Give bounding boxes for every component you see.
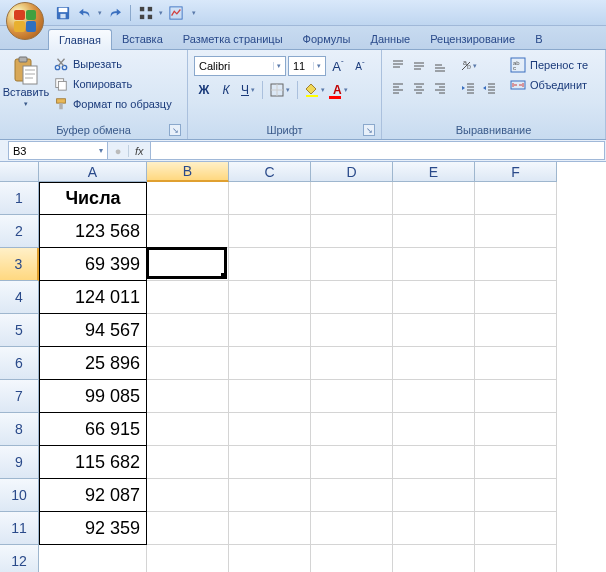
align-center-button[interactable] [409,78,429,98]
tab-5[interactable]: Рецензирование [420,29,525,49]
qat-custom-1[interactable] [137,4,155,22]
row-header-9[interactable]: 9 [0,446,39,479]
cell-C5[interactable] [229,314,311,347]
cell-C1[interactable] [229,182,311,215]
decrease-indent-button[interactable] [458,78,478,98]
cell-A11[interactable]: 92 359 [39,512,147,545]
wrap-text-button[interactable]: abc Перенос те [508,56,590,74]
row-header-1[interactable]: 1 [0,182,39,215]
cell-B7[interactable] [147,380,229,413]
cell-F9[interactable] [475,446,557,479]
cell-B9[interactable] [147,446,229,479]
cell-C2[interactable] [229,215,311,248]
cell-F2[interactable] [475,215,557,248]
tab-2[interactable]: Разметка страницы [173,29,293,49]
font-launcher[interactable]: ↘ [363,124,375,136]
row-header-2[interactable]: 2 [0,215,39,248]
col-header-F[interactable]: F [475,162,557,182]
row-header-4[interactable]: 4 [0,281,39,314]
cell-B3[interactable] [147,248,229,281]
clipboard-launcher[interactable]: ↘ [169,124,181,136]
cell-D10[interactable] [311,479,393,512]
paste-button[interactable]: Вставить ▾ [4,52,48,109]
cell-F4[interactable] [475,281,557,314]
office-button[interactable] [6,2,44,40]
orientation-button[interactable]: ab▾ [458,56,478,76]
cell-E12[interactable] [393,545,475,572]
borders-button[interactable] [267,80,293,100]
cell-D7[interactable] [311,380,393,413]
row-header-6[interactable]: 6 [0,347,39,380]
cell-B12[interactable] [147,545,229,572]
copy-button[interactable]: Копировать [50,75,175,93]
cell-B5[interactable] [147,314,229,347]
cell-F8[interactable] [475,413,557,446]
cell-E11[interactable] [393,512,475,545]
qat-custom-2[interactable] [167,4,185,22]
tab-6[interactable]: В [525,29,552,49]
cell-F12[interactable] [475,545,557,572]
merge-cells-button[interactable]: Объединит [508,76,590,94]
cell-E5[interactable] [393,314,475,347]
row-header-5[interactable]: 5 [0,314,39,347]
fill-color-button[interactable] [302,80,328,100]
cell-C3[interactable] [229,248,311,281]
align-bottom-button[interactable] [430,56,450,76]
cell-D6[interactable] [311,347,393,380]
align-middle-button[interactable] [409,56,429,76]
cells-area[interactable]: Числа123 56869 399124 01194 56725 89699 … [39,182,557,572]
align-right-button[interactable] [430,78,450,98]
cell-A12[interactable] [39,545,147,572]
cell-F1[interactable] [475,182,557,215]
tab-3[interactable]: Формулы [293,29,361,49]
cell-F10[interactable] [475,479,557,512]
cell-C4[interactable] [229,281,311,314]
select-all-corner[interactable] [0,162,39,182]
formula-input[interactable] [151,141,605,160]
font-color-button[interactable]: A [330,80,351,100]
bold-button[interactable]: Ж [194,80,214,100]
format-painter-button[interactable]: Формат по образцу [50,95,175,113]
cell-B8[interactable] [147,413,229,446]
cell-F3[interactable] [475,248,557,281]
cell-E2[interactable] [393,215,475,248]
cell-E4[interactable] [393,281,475,314]
font-name-combo[interactable]: Calibri ▾ [194,56,286,76]
row-header-12[interactable]: 12 [0,545,39,572]
cell-A4[interactable]: 124 011 [39,281,147,314]
cell-D1[interactable] [311,182,393,215]
increase-indent-button[interactable] [479,78,499,98]
font-size-combo[interactable]: 11 ▾ [288,56,326,76]
cell-A2[interactable]: 123 568 [39,215,147,248]
cell-E6[interactable] [393,347,475,380]
cell-A6[interactable]: 25 896 [39,347,147,380]
name-box[interactable]: B3 ▾ [8,141,108,160]
cancel-formula-button[interactable]: ● [108,142,128,159]
cell-A7[interactable]: 99 085 [39,380,147,413]
redo-button[interactable] [106,4,124,22]
cell-B6[interactable] [147,347,229,380]
cell-A3[interactable]: 69 399 [39,248,147,281]
cell-D11[interactable] [311,512,393,545]
align-top-button[interactable] [388,56,408,76]
cell-E8[interactable] [393,413,475,446]
cell-C11[interactable] [229,512,311,545]
cell-A1[interactable]: Числа [39,182,147,215]
row-header-11[interactable]: 11 [0,512,39,545]
col-header-D[interactable]: D [311,162,393,182]
align-left-button[interactable] [388,78,408,98]
cell-E1[interactable] [393,182,475,215]
cell-F7[interactable] [475,380,557,413]
cell-C9[interactable] [229,446,311,479]
cell-D8[interactable] [311,413,393,446]
cell-F6[interactable] [475,347,557,380]
cell-E9[interactable] [393,446,475,479]
cell-E7[interactable] [393,380,475,413]
fx-button[interactable]: fx [128,145,150,157]
cell-E10[interactable] [393,479,475,512]
save-button[interactable] [54,4,72,22]
row-header-7[interactable]: 7 [0,380,39,413]
cell-F5[interactable] [475,314,557,347]
cell-D5[interactable] [311,314,393,347]
cell-D12[interactable] [311,545,393,572]
